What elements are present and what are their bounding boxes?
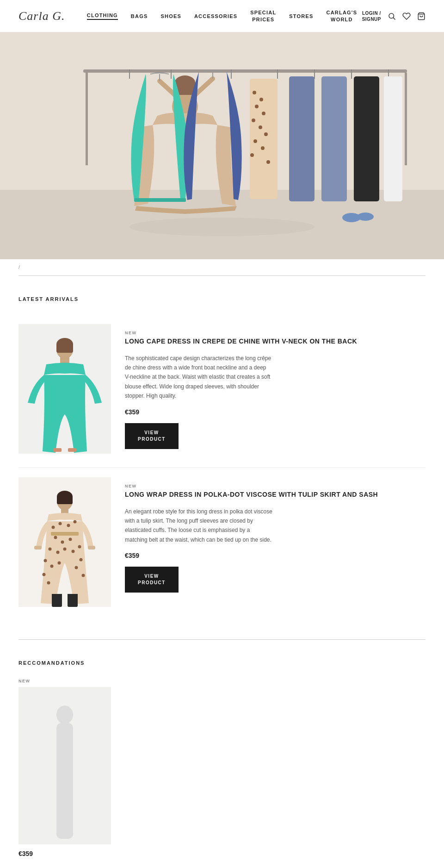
logo[interactable]: Carla G.: [18, 9, 74, 23]
latest-arrivals-section: LATEST ARRIVALS: [0, 287, 444, 639]
view-product-button-1[interactable]: VIEWPRODUCT: [125, 423, 179, 449]
product-badge-1: NEW: [125, 331, 137, 335]
svg-point-77: [82, 574, 85, 577]
svg-point-65: [49, 548, 52, 551]
svg-point-63: [61, 541, 64, 544]
recommendations-section: RECCOMANDATIONS NEW €359: [0, 651, 444, 868]
product-2-illustration: [18, 477, 111, 607]
view-product-button-2[interactable]: VIEWPRODUCT: [125, 567, 179, 593]
recommendations-title: RECCOMANDATIONS: [18, 660, 426, 666]
svg-point-66: [56, 551, 60, 554]
svg-point-30: [252, 119, 255, 122]
product-item-2: NEW LONG WRAP DRESS IN POLKA-DOT VISCOSE…: [18, 468, 426, 621]
product-price-1: €359: [125, 408, 426, 416]
svg-rect-49: [68, 448, 76, 452]
svg-point-76: [75, 566, 78, 569]
svg-point-61: [74, 520, 77, 524]
svg-point-35: [250, 153, 254, 157]
heart-icon: [402, 12, 411, 20]
rec-1-illustration: [18, 687, 111, 844]
svg-rect-7: [86, 73, 88, 165]
login-button[interactable]: LOGIN /SIGNUP: [362, 10, 381, 22]
cart-icon: [417, 12, 426, 20]
latest-arrivals-divider: [18, 275, 426, 276]
svg-point-32: [264, 132, 268, 136]
nav-item-stores[interactable]: STORES: [289, 13, 313, 19]
rec-product-1: NEW €359: [18, 679, 426, 857]
svg-point-34: [261, 146, 265, 150]
svg-point-31: [259, 125, 262, 129]
product-desc-2: An elegant robe style for this long dres…: [125, 507, 273, 545]
svg-rect-56: [88, 546, 95, 550]
svg-point-36: [266, 160, 270, 164]
svg-point-67: [63, 548, 67, 551]
product-info-2: NEW LONG WRAP DRESS IN POLKA-DOT VISCOSE…: [125, 477, 426, 593]
svg-rect-39: [354, 76, 379, 201]
svg-point-73: [43, 573, 46, 576]
product-badge-2: NEW: [125, 484, 137, 488]
svg-rect-25: [250, 79, 278, 199]
svg-rect-48: [53, 448, 62, 452]
product-price-2: €359: [125, 552, 426, 559]
product-image-1: [18, 324, 111, 454]
svg-point-75: [80, 558, 83, 562]
svg-point-74: [47, 581, 50, 585]
svg-rect-46: [56, 343, 73, 353]
svg-rect-84: [56, 723, 73, 839]
svg-point-62: [54, 536, 57, 539]
svg-rect-57: [51, 532, 79, 536]
svg-point-71: [50, 565, 54, 568]
header: Carla G. CLOTHING BAGS SHOES ACCESSORIES…: [0, 0, 444, 32]
product-list: NEW LONG CAPE DRESS IN CREPE DE CHINE WI…: [18, 315, 426, 621]
svg-point-68: [72, 550, 75, 553]
svg-point-83: [56, 706, 73, 724]
search-button[interactable]: [388, 12, 396, 20]
breadcrumb-text: /: [18, 265, 20, 270]
svg-point-64: [69, 538, 72, 541]
svg-rect-40: [384, 76, 402, 201]
latest-arrivals-title: LATEST ARRIVALS: [18, 296, 426, 302]
recommendations-divider: [18, 639, 426, 640]
svg-point-58: [52, 526, 55, 529]
svg-point-28: [255, 105, 259, 108]
svg-point-33: [253, 139, 257, 143]
svg-point-70: [44, 559, 47, 562]
svg-rect-37: [289, 76, 314, 201]
svg-point-5: [130, 218, 314, 236]
svg-point-72: [58, 562, 61, 565]
wishlist-button[interactable]: [402, 12, 411, 20]
svg-rect-80: [52, 594, 62, 602]
search-icon: [388, 12, 396, 20]
main-nav: CLOTHING BAGS SHOES ACCESSORIES SPECIALP…: [74, 9, 370, 23]
rec-image-1: [18, 687, 111, 844]
hero-illustration: [0, 32, 444, 259]
nav-item-accessories[interactable]: ACCESSORIES: [194, 13, 237, 19]
svg-point-69: [78, 545, 81, 549]
svg-point-0: [389, 13, 394, 19]
svg-rect-8: [405, 73, 407, 165]
svg-rect-81: [68, 594, 78, 602]
nav-item-shoes[interactable]: SHOES: [160, 13, 181, 19]
rec-badge-1: NEW: [18, 679, 426, 683]
nav-item-bags[interactable]: BAGS: [131, 13, 148, 19]
svg-rect-38: [321, 76, 347, 201]
svg-point-27: [259, 98, 263, 101]
nav-item-carlag-world[interactable]: CARLAG'SWORLD: [327, 9, 358, 23]
product-image-2: [18, 477, 111, 607]
svg-point-42: [357, 212, 374, 221]
svg-rect-55: [34, 546, 42, 550]
svg-rect-53: [57, 496, 73, 504]
nav-item-special-prices[interactable]: SPECIALPRICES: [250, 9, 276, 23]
product-title-1: LONG CAPE DRESS IN CREPE DE CHINE WITH V…: [125, 337, 426, 346]
svg-rect-23: [134, 198, 186, 202]
nav-item-clothing[interactable]: CLOTHING: [87, 12, 118, 20]
svg-rect-6: [83, 69, 407, 73]
nav-icons: LOGIN /SIGNUP: [370, 10, 426, 22]
cart-button[interactable]: [417, 12, 426, 20]
rec-price-1: €359: [18, 850, 426, 857]
product-desc-1: The sophisticated cape design characteri…: [125, 354, 273, 401]
svg-line-1: [393, 18, 395, 19]
product-info-1: NEW LONG CAPE DRESS IN CREPE DE CHINE WI…: [125, 324, 426, 449]
breadcrumb: /: [0, 259, 444, 275]
svg-point-60: [67, 524, 70, 527]
